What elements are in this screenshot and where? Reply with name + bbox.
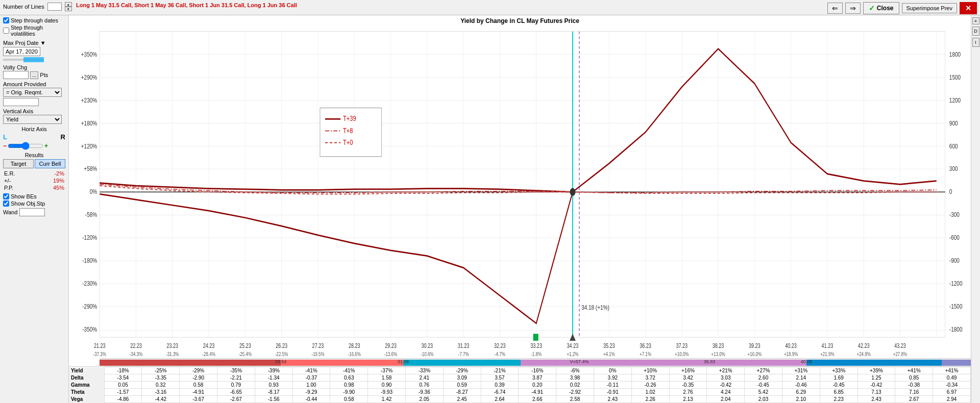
results-label: Results — [3, 152, 65, 158]
table-cell: -0.34 — [933, 382, 971, 389]
table-cell: 0.79 — [217, 382, 255, 389]
svg-text:+18.9%: +18.9% — [784, 351, 798, 358]
table-cell: -0.38 — [895, 382, 933, 389]
svg-text:-350%: -350% — [82, 325, 97, 334]
show-obj-stp-checkbox[interactable] — [3, 200, 9, 207]
table-cell: -4.91 — [180, 389, 217, 396]
table-cell: 6.85 — [820, 389, 857, 396]
bar-val-3: 36.83 — [704, 359, 716, 364]
table-cell: 1.02 — [631, 389, 669, 396]
row-label: Gamma — [69, 382, 104, 389]
table-cell: -0.11 — [594, 382, 631, 389]
svg-text:29.23: 29.23 — [385, 342, 397, 349]
wand-input[interactable]: 33.30 — [19, 208, 45, 216]
svg-text:1800: 1800 — [949, 50, 961, 58]
svg-text:+58%: +58% — [84, 165, 97, 173]
table-cell: -1.34 — [255, 374, 292, 382]
svg-text:+24.8%: +24.8% — [856, 351, 871, 358]
table-cell: 5.42 — [745, 389, 782, 396]
amount-select[interactable]: = Orig. Reqmt. — [3, 88, 62, 97]
table-cell: 3.98 — [556, 374, 594, 382]
target-button[interactable]: Target — [3, 159, 34, 168]
table-cell: -6.74 — [481, 389, 519, 396]
svg-text:-37.3%: -37.3% — [93, 351, 107, 358]
table-cell: -39% — [255, 367, 292, 374]
table-cell: 2.05 — [405, 396, 443, 403]
table-cell: -0.91 — [594, 389, 631, 396]
table-cell: -0.42 — [707, 382, 745, 389]
svg-text:32.23: 32.23 — [494, 342, 506, 349]
table-cell: -25% — [142, 367, 180, 374]
num-lines-down[interactable]: ▼ — [65, 7, 72, 11]
table-cell: 2.03 — [745, 396, 782, 403]
step-dates-checkbox[interactable] — [3, 17, 9, 23]
svg-text:33.23: 33.23 — [530, 342, 542, 349]
curr-bell-button[interactable]: Curr Bell — [35, 159, 65, 168]
d-button[interactable]: D — [972, 27, 979, 36]
svg-text:-300: -300 — [949, 211, 960, 219]
svg-text:T+39: T+39 — [343, 114, 356, 123]
svg-text:35.23: 35.23 — [603, 342, 615, 349]
pp-label: P.P. — [4, 185, 13, 191]
table-cell: +27% — [745, 367, 782, 374]
vert-axis-label: Vertical Axis — [3, 108, 65, 114]
amount-input[interactable]: $513 — [3, 98, 39, 106]
svg-text:-290%: -290% — [82, 303, 97, 311]
table-cell: -0.35 — [669, 382, 707, 389]
svg-text:T+8: T+8 — [343, 126, 353, 135]
table-cell: 2.04 — [707, 396, 745, 403]
svg-text:+350%: +350% — [81, 50, 97, 58]
table-cell: +41% — [933, 367, 971, 374]
close-button[interactable]: ✓ Close — [863, 2, 899, 14]
table-cell: +16% — [669, 367, 707, 374]
table-cell: 7.16 — [895, 389, 933, 396]
x-button[interactable]: ✕ — [960, 2, 977, 14]
i-button[interactable]: I — [972, 38, 979, 47]
forward-button[interactable]: ⇒ — [845, 3, 861, 14]
table-cell: 4.24 — [707, 389, 745, 396]
svg-text:+13.0%: +13.0% — [711, 351, 725, 358]
table-cell: -0.42 — [857, 382, 895, 389]
volty-pts-button[interactable]: ... — [30, 71, 38, 79]
table-row: Yield-18%-25%-29%-35%-39%-41%-41%-37%-33… — [69, 367, 971, 374]
num-lines-input[interactable]: 3 — [47, 3, 62, 11]
table-cell: 1.69 — [820, 374, 857, 382]
vert-select[interactable]: Yield — [3, 115, 62, 124]
svg-text:+27.8%: +27.8% — [893, 351, 908, 358]
svg-text:600: 600 — [949, 142, 958, 150]
num-lines-up[interactable]: ▲ — [65, 2, 72, 7]
table-cell: -4.86 — [104, 396, 142, 403]
pm-value: 19% — [53, 178, 64, 184]
svg-text:31.23: 31.23 — [458, 342, 470, 349]
svg-text:-34.3%: -34.3% — [130, 351, 143, 358]
scroll-right-button[interactable]: ≡ — [972, 17, 979, 24]
svg-text:+290%: +290% — [81, 73, 97, 81]
superimpose-button[interactable]: Superimpose Prev — [902, 3, 958, 13]
table-cell: 0.58 — [180, 382, 217, 389]
volty-input[interactable]: 0.0% — [3, 71, 29, 79]
svg-text:300: 300 — [949, 165, 958, 173]
svg-text:+16.0%: +16.0% — [748, 351, 762, 358]
table-cell: -35% — [217, 367, 255, 374]
svg-text:-1800: -1800 — [949, 325, 963, 334]
table-cell: 7.13 — [857, 389, 895, 396]
step-vol-checkbox[interactable] — [3, 28, 9, 34]
table-cell: -8.17 — [255, 389, 292, 396]
table-cell: 2.14 — [782, 374, 820, 382]
show-bes-checkbox[interactable] — [3, 193, 9, 199]
svg-rect-114 — [533, 334, 538, 341]
step-dates-label: Step through dates — [11, 17, 58, 23]
date-value[interactable]: Apr 17, 2020 — [3, 47, 40, 56]
table-cell: 0.58 — [330, 396, 368, 403]
table-cell: 2.67 — [895, 396, 933, 403]
table-cell: -9.90 — [330, 389, 368, 396]
table-cell: 3.87 — [519, 374, 556, 382]
table-cell: 0.05 — [104, 382, 142, 389]
table-cell: -37% — [368, 367, 406, 374]
svg-text:+180%: +180% — [81, 119, 97, 127]
svg-text:-120%: -120% — [82, 234, 97, 242]
svg-text:-1200: -1200 — [949, 280, 963, 288]
horiz-slider[interactable] — [8, 142, 43, 150]
table-cell: -4.42 — [142, 396, 180, 403]
back-button[interactable]: ⇐ — [827, 3, 843, 14]
